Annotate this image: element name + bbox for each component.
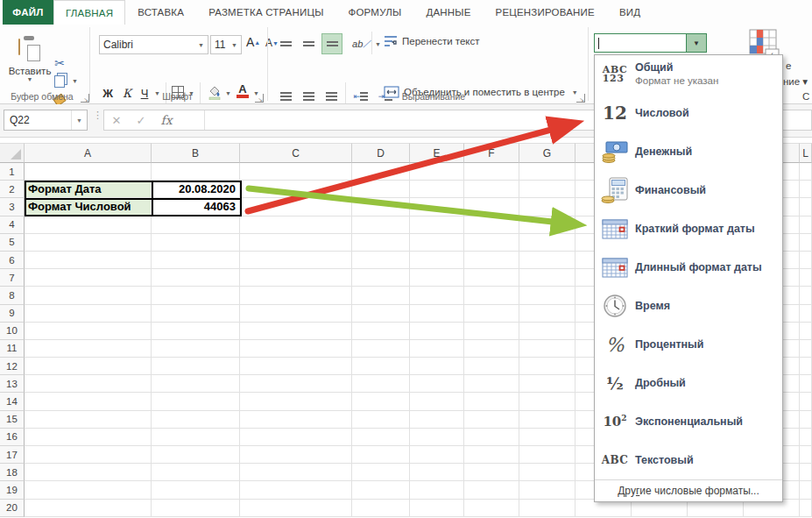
tab-формулы[interactable]: ФОРМУЛЫ <box>336 0 414 25</box>
cell-D5[interactable] <box>352 234 410 252</box>
cell-E1[interactable] <box>410 163 464 181</box>
cell-E13[interactable] <box>410 375 464 393</box>
align-right-button[interactable] <box>321 88 341 105</box>
cell-L10[interactable] <box>800 323 812 340</box>
cell-F13[interactable] <box>464 375 519 393</box>
cell-D13[interactable] <box>352 375 410 393</box>
cell-B3[interactable]: 44063 <box>152 198 240 216</box>
row-header-18[interactable]: 18 <box>0 464 25 481</box>
cell-D2[interactable] <box>352 181 410 198</box>
cell-G7[interactable] <box>519 269 575 287</box>
cell-C11[interactable] <box>240 340 352 358</box>
cell-B7[interactable] <box>152 269 240 287</box>
format-option-дробный[interactable]: ½Дробный <box>595 364 782 402</box>
row-header-3[interactable]: 3 <box>0 198 25 216</box>
cell-G11[interactable] <box>519 340 575 358</box>
row-header-11[interactable]: 11 <box>0 340 25 358</box>
format-option-краткий-формат-даты[interactable]: Краткий формат даты <box>595 209 782 248</box>
cell-D10[interactable] <box>352 323 410 340</box>
tab-вставка[interactable]: ВСТАВКА <box>125 0 196 25</box>
tab-главная[interactable]: ГЛАВНАЯ <box>53 0 125 25</box>
cell-A17[interactable] <box>25 446 152 464</box>
format-option-числовой[interactable]: 12Числовой <box>595 94 782 132</box>
cell-D12[interactable] <box>352 358 410 375</box>
row-header-4[interactable]: 4 <box>0 216 25 234</box>
cell-D4[interactable] <box>352 216 410 234</box>
cell-B8[interactable] <box>152 287 240 304</box>
column-header-B[interactable]: B <box>152 143 240 163</box>
cell-D11[interactable] <box>352 340 410 358</box>
cell-F4[interactable] <box>464 216 519 234</box>
cell-G15[interactable] <box>519 411 575 429</box>
cell-C13[interactable] <box>240 375 352 393</box>
row-header-1[interactable]: 1 <box>0 163 25 181</box>
cell-L11[interactable] <box>800 340 812 358</box>
cell-F8[interactable] <box>464 287 519 304</box>
cell-A14[interactable] <box>25 393 152 410</box>
cell-L9[interactable] <box>800 305 812 323</box>
cell-E16[interactable] <box>410 429 464 446</box>
cell-L14[interactable] <box>800 393 812 410</box>
cell-F5[interactable] <box>464 234 519 252</box>
cell-E10[interactable] <box>410 323 464 340</box>
cell-A7[interactable] <box>25 269 152 287</box>
cell-F7[interactable] <box>464 269 519 287</box>
font-family-select[interactable]: Calibri ▼ <box>99 35 208 54</box>
cell-A13[interactable] <box>25 375 152 393</box>
cell-L5[interactable] <box>800 234 812 252</box>
row-header-15[interactable]: 15 <box>0 411 25 429</box>
cell-L12[interactable] <box>800 358 812 375</box>
cell-E20[interactable] <box>410 500 464 517</box>
align-top-button[interactable] <box>276 35 295 53</box>
cell-E4[interactable] <box>410 216 464 234</box>
cell-G14[interactable] <box>519 393 575 410</box>
cell-B2[interactable]: 20.08.2020 <box>152 181 240 198</box>
wrap-text-button[interactable]: Перенести текст <box>384 35 480 47</box>
cell-B15[interactable] <box>152 411 240 429</box>
orientation-dropdown[interactable]: ▼ <box>375 41 381 47</box>
number-format-combobox[interactable]: ▼ <box>594 33 707 53</box>
row-header-13[interactable]: 13 <box>0 375 25 393</box>
format-option-длинный-формат-даты[interactable]: Длинный формат даты <box>595 248 782 287</box>
tab-вид[interactable]: ВИД <box>607 0 653 25</box>
row-header-19[interactable]: 19 <box>0 481 25 499</box>
cell-B9[interactable] <box>152 305 240 323</box>
font-size-select[interactable]: 11 ▼ <box>210 35 242 54</box>
cell-E11[interactable] <box>410 340 464 358</box>
format-option-общий[interactable]: ABC123ОбщийФормат не указан <box>595 55 782 94</box>
align-middle-button[interactable] <box>299 35 318 53</box>
tab-разметка-страницы[interactable]: РАЗМЕТКА СТРАНИЦЫ <box>196 0 335 25</box>
cell-F9[interactable] <box>464 305 519 323</box>
clipboard-dialog-launcher[interactable] <box>81 94 89 103</box>
cell-L4[interactable] <box>800 216 812 234</box>
cell-B16[interactable] <box>152 429 240 446</box>
column-header-D[interactable]: D <box>352 143 410 163</box>
cell-L17[interactable] <box>800 446 812 464</box>
row-header-20[interactable]: 20 <box>0 500 25 517</box>
cell-A6[interactable] <box>25 252 152 269</box>
cell-F11[interactable] <box>464 340 519 358</box>
cell-D3[interactable] <box>352 198 410 216</box>
row-header-12[interactable]: 12 <box>0 358 25 375</box>
cell-E19[interactable] <box>410 481 464 499</box>
cell-F10[interactable] <box>464 323 519 340</box>
cell-C1[interactable] <box>240 163 352 181</box>
format-option-денежный[interactable]: Денежный <box>595 132 782 171</box>
cell-C16[interactable] <box>240 429 352 446</box>
cell-A10[interactable] <box>25 323 152 340</box>
cell-G16[interactable] <box>519 429 575 446</box>
cell-L8[interactable] <box>800 287 812 304</box>
cell-L2[interactable] <box>800 181 812 198</box>
orientation-button[interactable]: ab⟋ <box>350 33 372 54</box>
cell-D1[interactable] <box>352 163 410 181</box>
cell-C20[interactable] <box>240 500 352 517</box>
cell-B17[interactable] <box>152 446 240 464</box>
cell-G6[interactable] <box>519 252 575 269</box>
cell-G19[interactable] <box>519 481 575 499</box>
column-header-F[interactable]: F <box>464 143 519 163</box>
cell-A18[interactable] <box>25 464 152 481</box>
row-header-8[interactable]: 8 <box>0 287 25 304</box>
cell-F15[interactable] <box>464 411 519 429</box>
cell-C4[interactable] <box>240 216 352 234</box>
cell-A16[interactable] <box>25 429 152 446</box>
